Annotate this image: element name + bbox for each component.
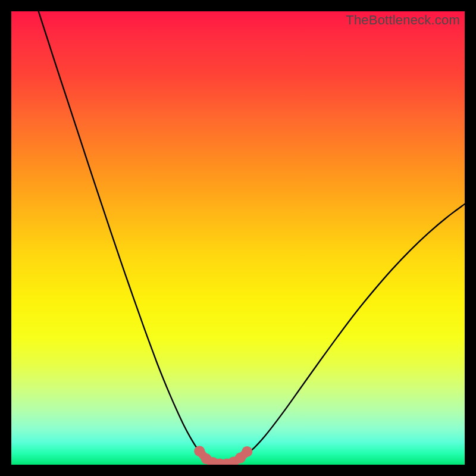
chart-frame: TheBottleneck.com bbox=[0, 0, 476, 476]
svg-point-7 bbox=[242, 446, 252, 457]
bottleneck-curve bbox=[11, 11, 465, 465]
optimal-zone-dots bbox=[194, 446, 252, 465]
plot-area: TheBottleneck.com bbox=[11, 11, 465, 465]
